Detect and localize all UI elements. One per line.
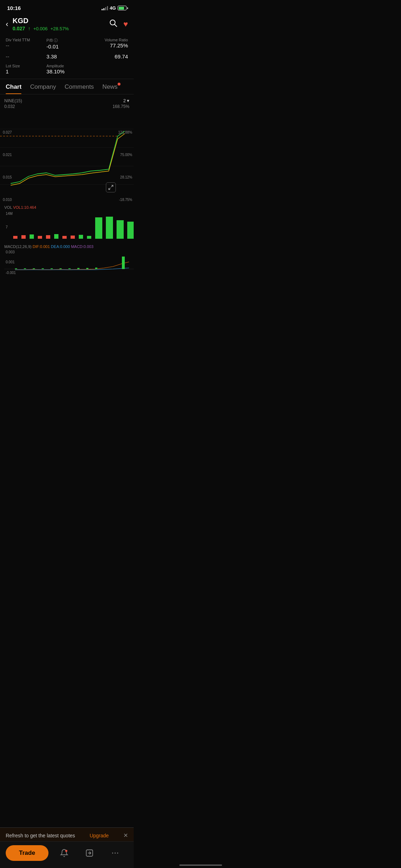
metric-amplitude: Amplitude 38.10% [46, 63, 87, 74]
time: 10:16 [7, 5, 21, 11]
y-label-right-current: 121.88% [118, 130, 132, 134]
svg-point-0 [110, 20, 115, 25]
metric-pb: P/B ⓘ -0.01 [46, 37, 87, 50]
metrics-grid: Div Yield TTM -- P/B ⓘ -0.01 Volume Rati… [0, 36, 134, 79]
macd-value: MACD:0.003 [71, 244, 93, 249]
svg-rect-13 [46, 235, 50, 239]
svg-rect-17 [79, 235, 83, 239]
svg-rect-31 [77, 268, 79, 269]
svg-rect-34 [122, 257, 125, 269]
stock-info: KGD 0.027 ↑ +0.006 +28.57% [12, 17, 105, 31]
macd-label: MACD(12,26,9) DIF:0.001 DEA:0.000 MACD:0… [4, 244, 129, 249]
chart-top-value: 0.032 [4, 104, 15, 109]
status-right: 4G [102, 5, 127, 11]
stock-header: ‹ KGD 0.027 ↑ +0.006 +28.57% ♥ [0, 14, 134, 36]
vol-chart: 14M 7 [4, 210, 129, 242]
chart-top-pct: 168.75% [113, 104, 129, 109]
macd-chart: 0.003 0.001 -0.001 [4, 249, 129, 278]
metric-lot-size: Lot Size 1 [6, 63, 46, 74]
vol-label: VOL VOL1:10.464 [4, 205, 129, 210]
favorite-icon[interactable]: ♥ [123, 20, 128, 29]
stock-ticker: KGD [12, 17, 105, 25]
metric-div-yield: Div Yield TTM -- [6, 37, 46, 50]
price-pct: +28.57% [51, 26, 69, 31]
svg-rect-11 [30, 234, 34, 239]
macd-dea: DEA:0.000 [51, 244, 70, 249]
svg-rect-30 [68, 268, 71, 269]
y-labels-right: 121.88% 75.00% 28.12% -18.75% [118, 110, 132, 203]
y-label-right-low: -18.75% [118, 198, 132, 202]
metric-vol-ratio-value: 69.74 [87, 53, 128, 60]
search-icon[interactable] [109, 19, 118, 30]
svg-rect-20 [106, 217, 113, 239]
y-label-midlow: 0.015 [3, 175, 12, 179]
svg-rect-33 [95, 268, 97, 269]
tab-bar: Chart Company Comments News [0, 79, 134, 94]
svg-rect-14 [54, 234, 58, 239]
y-label-current: 0.027 [3, 130, 12, 134]
price-arrow: ↑ [28, 26, 30, 31]
price-change: +0.006 [33, 26, 47, 31]
vol1-label: VOL1:10.464 [13, 205, 36, 210]
tab-news[interactable]: News [102, 83, 118, 94]
svg-rect-18 [87, 236, 91, 239]
chart-dropdown[interactable]: 2 ▾ [123, 98, 129, 103]
svg-rect-25 [24, 268, 26, 269]
svg-rect-22 [127, 222, 134, 239]
metric-empty [87, 63, 128, 74]
metric-volume-ratio: Volume Ratio 77.25% [87, 37, 128, 50]
news-dot [118, 83, 120, 86]
back-button[interactable]: ‹ [6, 20, 8, 29]
macd-mid: 0.001 [6, 260, 15, 264]
y-label-low: 0.010 [3, 198, 12, 202]
chart-header: NINE(15) 2 ▾ [0, 98, 134, 103]
metric-div-value: -- [6, 53, 46, 60]
svg-rect-9 [13, 236, 17, 239]
svg-rect-10 [21, 235, 26, 239]
svg-rect-15 [62, 236, 67, 239]
y-label-right-midlow: 28.12% [118, 175, 132, 179]
volume-section: VOL VOL1:10.464 14M 7 [0, 203, 134, 242]
signal-icon [102, 6, 108, 10]
svg-rect-28 [51, 268, 53, 269]
svg-rect-19 [95, 217, 102, 239]
vol-mid-label: 7 [6, 225, 8, 229]
chart-area: NINE(15) 2 ▾ 0.032 168.75% 0.027 0.021 0… [0, 94, 134, 278]
stock-price: 0.027 [12, 26, 25, 31]
y-label-right-mid: 75.00% [118, 153, 132, 157]
tab-company[interactable]: Company [30, 83, 56, 94]
svg-rect-27 [42, 268, 44, 269]
macd-bot: -0.001 [6, 271, 16, 275]
svg-rect-21 [117, 220, 124, 239]
y-label-mid: 0.021 [3, 153, 12, 157]
macd-top: 0.003 [6, 250, 15, 254]
macd-section: MACD(12,26,9) DIF:0.001 DEA:0.000 MACD:0… [0, 242, 134, 278]
svg-rect-24 [15, 268, 17, 269]
status-bar: 10:16 4G [0, 0, 134, 14]
vol-top-label: 14M [6, 212, 12, 216]
tab-comments[interactable]: Comments [65, 83, 94, 94]
main-chart: 0.027 0.021 0.015 0.010 121.88% 75.00% 2… [0, 110, 134, 203]
metric-pb-value: 3.38 [46, 53, 87, 60]
macd-dif: DIF:0.001 [32, 244, 50, 249]
tab-chart[interactable]: Chart [6, 83, 21, 94]
header-icons: ♥ [109, 19, 128, 30]
svg-rect-26 [33, 268, 35, 269]
stock-price-row: 0.027 ↑ +0.006 +28.57% [12, 26, 105, 31]
svg-rect-32 [86, 268, 88, 269]
chart-sub-labels: 0.032 168.75% [0, 104, 134, 109]
network-type: 4G [110, 5, 116, 11]
svg-rect-29 [60, 268, 62, 269]
macd-svg [4, 249, 134, 278]
svg-rect-16 [71, 236, 75, 239]
indicator-label: NINE(15) [4, 98, 22, 103]
expand-button[interactable] [106, 182, 116, 192]
vol-svg [4, 210, 134, 242]
battery-icon [118, 6, 127, 10]
svg-line-1 [114, 24, 117, 27]
svg-rect-12 [38, 236, 42, 239]
y-labels-left: 0.027 0.021 0.015 0.010 [3, 110, 12, 203]
